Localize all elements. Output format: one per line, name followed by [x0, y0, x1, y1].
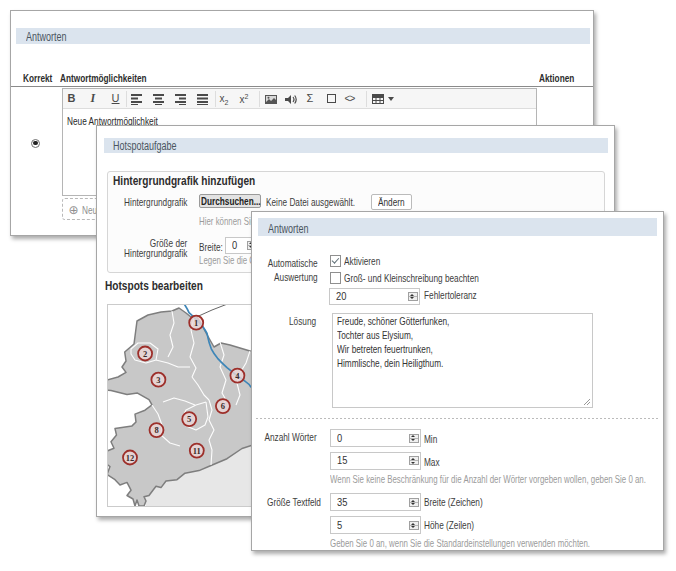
svg-text:6: 6	[220, 401, 224, 411]
svg-text:5: 5	[187, 414, 191, 424]
svg-text:12: 12	[125, 453, 134, 463]
svg-text:2: 2	[142, 349, 146, 359]
svg-text:11: 11	[192, 446, 200, 456]
svg-text:4: 4	[235, 371, 240, 381]
svg-text:3: 3	[156, 375, 160, 385]
